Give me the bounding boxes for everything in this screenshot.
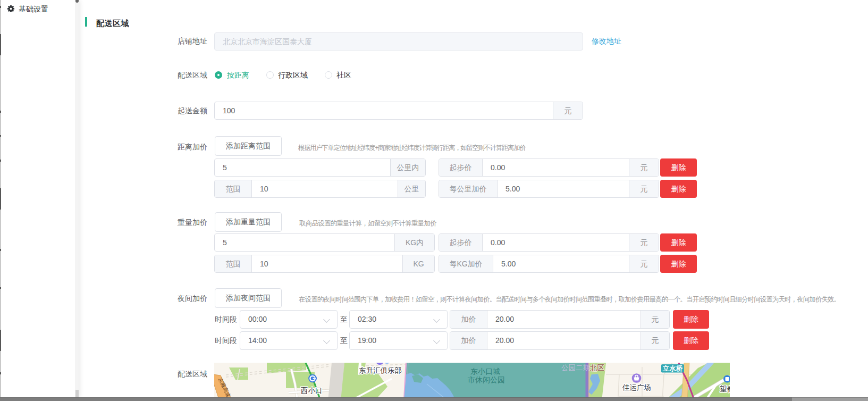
svg-text:望春园: 望春园 <box>720 385 730 393</box>
svg-text:市休闲公园: 市休闲公园 <box>468 375 505 384</box>
svg-text:公园二期: 公园二期 <box>561 364 590 372</box>
svg-text:东升汇俱乐部: 东升汇俱乐部 <box>359 366 402 374</box>
svg-text:佳运广场: 佳运广场 <box>622 383 651 391</box>
svg-text:北区: 北区 <box>589 364 604 372</box>
svg-text:西小口: 西小口 <box>301 387 323 395</box>
svg-text:东小口城: 东小口城 <box>470 367 500 375</box>
svg-text:立水桥: 立水桥 <box>662 365 683 372</box>
